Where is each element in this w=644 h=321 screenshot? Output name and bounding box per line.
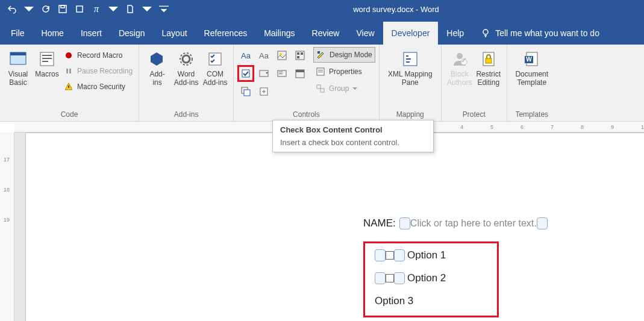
addins-button[interactable]: Add- ins xyxy=(143,47,172,87)
com-addins-button[interactable]: COM Add-ins xyxy=(201,47,230,87)
svg-rect-37 xyxy=(318,70,323,70)
cc-handle-right[interactable] xyxy=(537,217,548,229)
tab-review[interactable]: Review xyxy=(304,22,348,45)
svg-rect-14 xyxy=(69,69,71,73)
option-2-label: Option 2 xyxy=(407,272,446,284)
svg-rect-11 xyxy=(42,61,48,62)
cc-handle-left[interactable] xyxy=(375,249,386,261)
group-mapping: XML Mapping Pane Mapping xyxy=(380,45,442,121)
rich-text-control[interactable]: Aa xyxy=(237,47,254,64)
tell-me-search[interactable]: Tell me what you want to do xyxy=(472,28,608,45)
svg-point-0 xyxy=(43,6,49,12)
svg-rect-24 xyxy=(297,56,299,58)
group-code: Visual Basic Macros Record Macro Pause R… xyxy=(0,45,139,121)
cc-handle-left[interactable] xyxy=(375,272,386,284)
svg-rect-39 xyxy=(317,85,320,89)
equation-dropdown[interactable] xyxy=(106,2,120,16)
tab-layout[interactable]: Layout xyxy=(154,22,196,45)
tab-insert[interactable]: Insert xyxy=(72,22,110,45)
equation-button[interactable]: π xyxy=(89,2,104,16)
content-control-name[interactable]: Click or tap here to enter text. xyxy=(399,217,548,229)
combobox-control[interactable] xyxy=(255,65,272,82)
new-doc-button[interactable] xyxy=(123,2,137,16)
group-controls: Aa Aa Design Mode P xyxy=(234,45,380,121)
plain-text-control[interactable]: Aa xyxy=(255,47,272,64)
save-button[interactable] xyxy=(55,2,70,16)
svg-rect-31 xyxy=(296,70,304,72)
svg-rect-38 xyxy=(318,72,323,72)
tab-help[interactable]: Help xyxy=(438,22,472,45)
tab-file[interactable]: File xyxy=(2,22,33,45)
record-macro-button[interactable]: Record Macro xyxy=(61,48,135,63)
cc-handle-left[interactable] xyxy=(399,217,410,229)
svg-rect-45 xyxy=(486,58,492,63)
tooltip: Check Box Content Control Insert a check… xyxy=(272,120,434,152)
name-placeholder[interactable]: Click or tap here to enter text. xyxy=(410,218,537,229)
repeat-button[interactable] xyxy=(39,2,53,16)
group-button: Group xyxy=(313,81,375,96)
content-control-opt2[interactable] xyxy=(375,272,405,284)
building-block-control[interactable] xyxy=(292,47,308,64)
tab-home[interactable]: Home xyxy=(33,22,72,45)
gear-icon xyxy=(177,49,196,69)
svg-rect-4 xyxy=(159,6,169,7)
print-preview-button[interactable] xyxy=(72,2,87,16)
undo-dropdown[interactable] xyxy=(22,2,36,16)
svg-rect-35 xyxy=(317,51,320,54)
option-2-line: Option 2 xyxy=(375,272,487,284)
options-highlight-box: Option 1 Option 2 Option 3 xyxy=(363,242,499,317)
document-area[interactable]: NAME: Click or tap here to enter text. xyxy=(14,132,644,321)
new-doc-dropdown[interactable] xyxy=(140,2,154,16)
picture-control[interactable] xyxy=(274,47,290,64)
properties-icon xyxy=(316,67,325,76)
cc-handle-right[interactable] xyxy=(394,249,405,261)
legacy-tools[interactable] xyxy=(255,83,272,100)
block-authors-icon xyxy=(450,49,469,69)
macros-button[interactable]: Macros xyxy=(33,47,61,78)
svg-rect-23 xyxy=(301,52,303,55)
word-addins-button[interactable]: Word Add-ins xyxy=(172,47,201,87)
checkbox-2[interactable] xyxy=(386,274,394,282)
warning-icon xyxy=(64,82,73,92)
datepicker-control[interactable] xyxy=(292,65,308,82)
qat-customize[interactable] xyxy=(157,2,171,16)
dropdown-control[interactable] xyxy=(274,65,290,82)
option-1-label: Option 1 xyxy=(407,249,446,261)
checkbox-control[interactable] xyxy=(237,65,254,82)
checkbox-1[interactable] xyxy=(386,251,394,260)
group-protect: Block Authors Restrict Editing Protect xyxy=(442,45,507,121)
content-control-opt1[interactable] xyxy=(375,249,405,261)
macro-security-button[interactable]: Macro Security xyxy=(61,79,135,94)
document-page[interactable]: NAME: Click or tap here to enter text. xyxy=(25,132,644,321)
checklist-icon xyxy=(205,49,225,69)
svg-rect-9 xyxy=(42,55,52,56)
group-templates: W Document Template Templates xyxy=(507,45,557,121)
cc-handle-right[interactable] xyxy=(394,272,405,284)
document-template-button[interactable]: W Document Template xyxy=(511,47,553,87)
properties-button[interactable]: Properties xyxy=(313,64,375,79)
undo-button[interactable] xyxy=(5,2,19,16)
svg-rect-25 xyxy=(242,70,249,77)
visual-basic-button[interactable]: Visual Basic xyxy=(4,47,33,87)
svg-rect-13 xyxy=(66,69,68,73)
tab-mailings[interactable]: Mailings xyxy=(255,22,303,45)
xml-mapping-button[interactable]: XML Mapping Pane xyxy=(383,47,437,87)
lightbulb-icon xyxy=(481,28,490,38)
name-label: NAME: xyxy=(363,217,396,229)
visual-basic-icon xyxy=(8,49,28,69)
svg-rect-3 xyxy=(77,6,83,12)
repeating-section-control[interactable] xyxy=(237,83,254,100)
tab-developer[interactable]: Developer xyxy=(383,22,439,45)
tab-references[interactable]: References xyxy=(196,22,256,45)
option-1-line: Option 1 xyxy=(375,249,487,261)
tab-view[interactable]: View xyxy=(348,22,383,45)
macros-icon xyxy=(37,49,57,69)
tab-design[interactable]: Design xyxy=(110,22,154,45)
vertical-ruler[interactable]: 17 18 19 xyxy=(0,132,14,321)
restrict-editing-button[interactable]: Restrict Editing xyxy=(474,47,503,87)
record-icon xyxy=(64,51,73,60)
svg-point-20 xyxy=(280,53,282,55)
svg-rect-28 xyxy=(279,72,283,72)
design-mode-button[interactable]: Design Mode xyxy=(313,47,375,63)
svg-rect-22 xyxy=(297,52,299,55)
